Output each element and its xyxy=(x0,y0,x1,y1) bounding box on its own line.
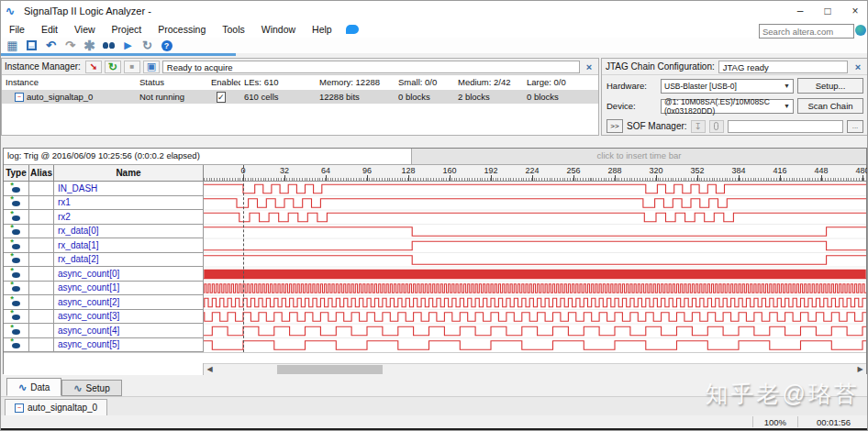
close-button[interactable]: × xyxy=(841,1,868,21)
timebar-hint[interactable]: click to insert time bar xyxy=(412,149,866,165)
close-icon[interactable]: × xyxy=(851,61,864,72)
waveform-display[interactable] xyxy=(204,182,866,352)
signal-row[interactable]: *async_count[2] xyxy=(4,295,204,310)
ruler-tick-label: 256 xyxy=(566,166,580,175)
redo-icon[interactable]: ↷ xyxy=(62,39,78,52)
signal-row[interactable]: *async_count[0] xyxy=(4,267,204,282)
signal-name[interactable]: async_count[3] xyxy=(54,310,204,324)
undo-icon[interactable]: ↶ xyxy=(43,39,59,52)
node-type-icon: * xyxy=(10,297,22,307)
time-ruler[interactable]: 0326496128160192224256288320352384416448… xyxy=(204,165,866,181)
signal-row[interactable]: *rx_data[0] xyxy=(4,225,204,239)
device-select[interactable]: @1: 10M08SA(.ES)/10M08SC (0x031820DD) ▼ xyxy=(661,99,794,114)
tab-setup[interactable]: ∿ Setup xyxy=(61,380,121,396)
jtag-label: JTAG Chain Configuration: xyxy=(606,61,715,72)
minimize-button[interactable]: – xyxy=(786,1,814,21)
waveform-filler xyxy=(4,352,866,363)
signal-name[interactable]: async_count[0] xyxy=(54,267,204,281)
feedback-bubble-icon[interactable] xyxy=(346,25,359,34)
col-enabled: Enabled xyxy=(207,75,240,90)
tab-data[interactable]: ∿ Data xyxy=(6,378,61,396)
run-analysis-icon[interactable]: ▶ xyxy=(120,39,136,52)
setup-button[interactable]: Setup... xyxy=(797,78,863,94)
signal-name[interactable]: async_count[5] xyxy=(54,338,204,352)
enabled-checkbox[interactable]: ✓ xyxy=(217,92,226,103)
signal-name[interactable]: async_count[1] xyxy=(54,282,204,295)
signal-row[interactable]: *async_count[3] xyxy=(4,310,204,325)
signal-name[interactable]: rx_data[1] xyxy=(54,238,204,252)
report-icon[interactable]: ▦ xyxy=(5,39,20,52)
search-input[interactable] xyxy=(759,24,854,39)
ruler-tick-label: 96 xyxy=(362,166,372,175)
device-value: @1: 10M08SA(.ES)/10M08SC (0x031820DD) xyxy=(664,97,784,116)
ruler-tick-label: 224 xyxy=(525,166,539,175)
signal-alias xyxy=(29,338,54,352)
autorun-icon[interactable]: ↻ xyxy=(139,39,155,52)
scrollbar-thumb[interactable] xyxy=(277,365,383,374)
horizontal-scrollbar[interactable]: ◀ ▶ xyxy=(204,363,866,375)
signal-name[interactable]: async_count[2] xyxy=(54,295,204,309)
ruler-tick-mark xyxy=(532,175,533,181)
stop-analysis-icon[interactable]: ■ xyxy=(124,61,140,73)
sof-path-field[interactable] xyxy=(728,120,843,133)
find-icon[interactable] xyxy=(101,39,117,52)
toolbar-accent-strip xyxy=(1,53,236,56)
menu-edit[interactable]: Edit xyxy=(33,24,66,35)
maximize-button[interactable]: □ xyxy=(814,1,841,21)
autorun-analysis-icon[interactable]: ↻ xyxy=(105,61,121,73)
node-type-icon: * xyxy=(10,226,22,236)
signal-row[interactable]: *async_count[5] xyxy=(4,338,204,353)
signal-name[interactable]: rx2 xyxy=(54,210,204,224)
scroll-left-icon[interactable]: ◀ xyxy=(204,364,216,375)
menu-tools[interactable]: Tools xyxy=(214,24,253,35)
waveform-trace xyxy=(204,284,866,293)
program-device-icon[interactable]: ↧ xyxy=(691,120,706,133)
col-memory: Memory: 12288 xyxy=(316,75,395,90)
instance-table-header: Instance Status Enabled LEs: 610 Memory:… xyxy=(2,75,598,90)
ruler-tick-label: 288 xyxy=(607,166,621,175)
col-small: Small: 0/0 xyxy=(395,75,454,90)
signal-name[interactable]: async_count[4] xyxy=(54,324,204,337)
signal-name[interactable]: rx_data[2] xyxy=(54,253,204,267)
signal-name[interactable]: rx_data[0] xyxy=(54,225,204,238)
run-analysis-icon[interactable]: ➘ xyxy=(85,61,102,73)
attach-sof-icon[interactable] xyxy=(709,120,724,133)
signal-row[interactable]: *IN_DASH xyxy=(4,182,204,196)
signal-row[interactable]: *rx2 xyxy=(4,210,204,225)
expand-button[interactable]: >> xyxy=(606,119,623,133)
ruler-tick-label: 64 xyxy=(321,166,330,175)
signal-row[interactable]: *async_count[1] xyxy=(4,282,204,296)
jtag-status: JTAG ready xyxy=(718,61,848,73)
menu-view[interactable]: View xyxy=(66,24,104,35)
menu-window[interactable]: Window xyxy=(253,24,304,35)
menu-file[interactable]: File xyxy=(1,24,33,35)
signal-row[interactable]: *async_count[4] xyxy=(4,324,204,338)
instance-tab-bar: ~ auto_signaltap_0 xyxy=(1,396,868,415)
read-data-icon[interactable]: ▣ xyxy=(143,61,160,73)
col-instance: Instance xyxy=(2,75,136,90)
instance-name: auto_signaltap_0 xyxy=(27,92,93,102)
signal-row[interactable]: *rx_data[2] xyxy=(4,253,204,268)
signal-row[interactable]: *rx1 xyxy=(4,196,204,211)
signal-row[interactable]: *rx_data[1] xyxy=(4,238,204,253)
browse-button[interactable]: ... xyxy=(847,120,863,133)
ruler-tick-mark xyxy=(862,175,863,181)
signal-name[interactable]: rx1 xyxy=(54,196,204,210)
scroll-right-icon[interactable]: ▶ xyxy=(854,364,866,375)
tab-auto-signaltap-0[interactable]: ~ auto_signaltap_0 xyxy=(5,399,107,415)
signal-alias xyxy=(29,253,54,267)
scan-chain-button[interactable]: Scan Chain xyxy=(797,98,863,114)
signal-name[interactable]: IN_DASH xyxy=(54,182,204,195)
menu-processing[interactable]: Processing xyxy=(150,24,214,35)
signal-alias xyxy=(29,267,54,281)
menu-help[interactable]: Help xyxy=(304,24,340,35)
trigger-icon[interactable]: ✱ xyxy=(82,39,97,52)
hardware-select[interactable]: USB-Blaster [USB-0] ▼ xyxy=(661,79,794,94)
close-icon[interactable]: × xyxy=(583,61,595,72)
save-icon[interactable] xyxy=(24,39,39,52)
menu-project[interactable]: Project xyxy=(104,24,150,35)
help-icon[interactable]: ? xyxy=(159,39,174,52)
ruler-tick-label: 352 xyxy=(690,166,704,175)
globe-icon xyxy=(855,25,866,36)
table-row[interactable]: ~ auto_signaltap_0 Not running ✓ 610 cel… xyxy=(2,90,598,104)
